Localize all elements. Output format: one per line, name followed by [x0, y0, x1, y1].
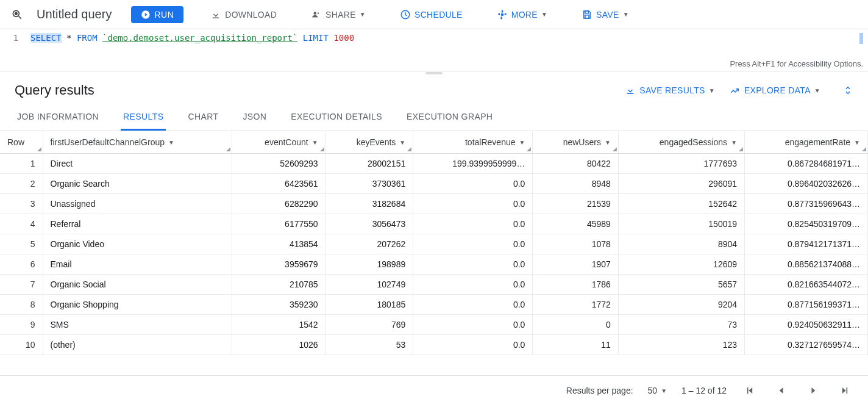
cell-new-users: 11: [533, 335, 618, 355]
page-size-select[interactable]: 50 ▼: [648, 386, 667, 395]
col-new-users[interactable]: newUsers▼◢: [533, 131, 618, 154]
query-title: Untitled query: [37, 7, 112, 21]
cell-new-users: 1078: [533, 234, 618, 254]
col-label: Row: [7, 137, 24, 147]
sql-editor[interactable]: 1 SELECT * FROM `demo.demoset.user_acqui…: [0, 29, 868, 71]
table-row[interactable]: 10(other)1026530.0111230.327127659574…: [0, 335, 868, 355]
download-button[interactable]: DOWNLOAD: [203, 5, 284, 24]
cell-row-num: 3: [0, 194, 43, 214]
cell-key-events: 3730361: [326, 174, 413, 194]
toolbar: Untitled query RUN DOWNLOAD SHARE ▼ SCHE…: [0, 0, 868, 29]
table-row[interactable]: 1Direct5260929328002151199.9399959999…80…: [0, 154, 868, 174]
cell-engaged-sessions: 123: [618, 335, 744, 355]
cell-engaged-sessions: 73: [618, 315, 744, 335]
line-number: 1: [0, 33, 30, 43]
cell-key-events: 102749: [326, 275, 413, 295]
expand-collapse-button[interactable]: [842, 85, 853, 96]
col-event-count[interactable]: eventCount▼◢: [232, 131, 326, 154]
more-button[interactable]: MORE ▼: [489, 5, 555, 24]
last-page-button[interactable]: [836, 382, 853, 399]
schedule-label: SCHEDULE: [414, 10, 463, 20]
cell-event-count: 6177550: [232, 214, 326, 234]
sql-token: *: [62, 33, 77, 43]
table-row[interactable]: 9SMS15427690.00730.924050632911…: [0, 315, 868, 335]
save-results-button[interactable]: SAVE RESULTS ▼: [617, 81, 722, 99]
table-row[interactable]: 4Referral617755030564730.0459891500190.8…: [0, 214, 868, 234]
table-row[interactable]: 8Organic Shopping3592301801850.017729204…: [0, 295, 868, 315]
cell-engaged-sessions: 9204: [618, 295, 744, 315]
col-engaged-sessions[interactable]: engagedSessions▼◢: [618, 131, 744, 154]
cell-engagement-rate: 0.896402032626…: [745, 174, 868, 194]
page-range: 1 – 12 of 12: [681, 386, 727, 395]
cell-event-count: 6282290: [232, 194, 326, 214]
sql-keyword: SELECT: [30, 33, 62, 43]
cell-new-users: 45989: [533, 214, 618, 234]
explore-data-button[interactable]: EXPLORE DATA ▼: [722, 81, 828, 99]
cell-new-users: 1786: [533, 275, 618, 295]
cell-channel: Direct: [43, 154, 232, 174]
cell-event-count: 6423561: [232, 174, 326, 194]
table-row[interactable]: 6Email39596791989890.01907126090.8856213…: [0, 254, 868, 275]
cell-total-revenue: 0.0: [413, 214, 533, 234]
cell-engagement-rate: 0.879412171371…: [745, 234, 868, 254]
cell-total-revenue: 0.0: [413, 194, 533, 214]
cell-channel: Organic Video: [43, 234, 232, 254]
table-row[interactable]: 7Organic Social2107851027490.0178656570.…: [0, 275, 868, 295]
cell-engaged-sessions: 12609: [618, 254, 744, 275]
cell-key-events: 198989: [326, 254, 413, 275]
col-label: newUsers: [563, 137, 601, 147]
tab-chart[interactable]: CHART: [185, 104, 221, 131]
tab-execution-details[interactable]: EXECUTION DETAILS: [288, 104, 385, 131]
cell-row-num: 8: [0, 295, 43, 315]
cell-row-num: 5: [0, 234, 43, 254]
save-button[interactable]: SAVE ▼: [574, 5, 636, 24]
schedule-button[interactable]: SCHEDULE: [393, 5, 470, 24]
col-row[interactable]: Row◢: [0, 131, 43, 154]
cell-engagement-rate: 0.821663544072…: [745, 275, 868, 295]
prev-page-button[interactable]: [773, 382, 790, 399]
page-size-label: Results per page:: [566, 386, 633, 395]
panel-resize-handle[interactable]: [425, 72, 443, 74]
query-overview-icon[interactable]: [7, 5, 27, 24]
pagination: Results per page: 50 ▼ 1 – 12 of 12: [0, 375, 868, 405]
cell-key-events: 28002151: [326, 154, 413, 174]
editor-cursor: [859, 33, 863, 44]
cell-new-users: 0: [533, 315, 618, 335]
cell-engagement-rate: 0.877315969643…: [745, 194, 868, 214]
svg-point-6: [500, 13, 503, 16]
share-button[interactable]: SHARE ▼: [304, 5, 373, 24]
table-row[interactable]: 5Organic Video4138542072620.0107889040.8…: [0, 234, 868, 254]
tab-job-information[interactable]: JOB INFORMATION: [15, 104, 101, 131]
col-total-revenue[interactable]: totalRevenue▼◢: [413, 131, 533, 154]
cell-engaged-sessions: 150019: [618, 214, 744, 234]
table-row[interactable]: 3Unassigned628229031826840.0215391526420…: [0, 194, 868, 214]
cell-total-revenue: 0.0: [413, 275, 533, 295]
table-row[interactable]: 2Organic Search642356137303610.089482960…: [0, 174, 868, 194]
cell-channel: Organic Search: [43, 174, 232, 194]
next-page-button[interactable]: [805, 382, 822, 399]
cell-key-events: 53: [326, 335, 413, 355]
cell-event-count: 52609293: [232, 154, 326, 174]
download-label: DOWNLOAD: [225, 10, 277, 20]
cell-channel: Email: [43, 254, 232, 275]
sort-icon: ▼: [168, 139, 174, 146]
cell-total-revenue: 0.0: [413, 315, 533, 335]
chevron-down-icon: ▼: [541, 11, 547, 18]
svg-line-1: [19, 16, 21, 18]
cell-total-revenue: 0.0: [413, 174, 533, 194]
chevron-down-icon: ▼: [709, 87, 715, 94]
tab-results[interactable]: RESULTS: [121, 104, 166, 131]
results-tabs: JOB INFORMATION RESULTS CHART JSON EXECU…: [0, 104, 868, 131]
col-key-events[interactable]: keyEvents▼◢: [326, 131, 413, 154]
col-channel-group[interactable]: firstUserDefaultChannelGroup▼◢: [43, 131, 232, 154]
cell-total-revenue: 0.0: [413, 254, 533, 275]
cell-row-num: 7: [0, 275, 43, 295]
cell-engagement-rate: 0.867284681971…: [745, 154, 868, 174]
tab-execution-graph[interactable]: EXECUTION GRAPH: [404, 104, 495, 131]
cell-event-count: 1542: [232, 315, 326, 335]
page-size-value: 50: [648, 386, 658, 395]
col-engagement-rate[interactable]: engagementRate▼◢: [745, 131, 868, 154]
run-button[interactable]: RUN: [131, 6, 183, 23]
first-page-button[interactable]: [741, 382, 758, 399]
tab-json[interactable]: JSON: [240, 104, 269, 131]
